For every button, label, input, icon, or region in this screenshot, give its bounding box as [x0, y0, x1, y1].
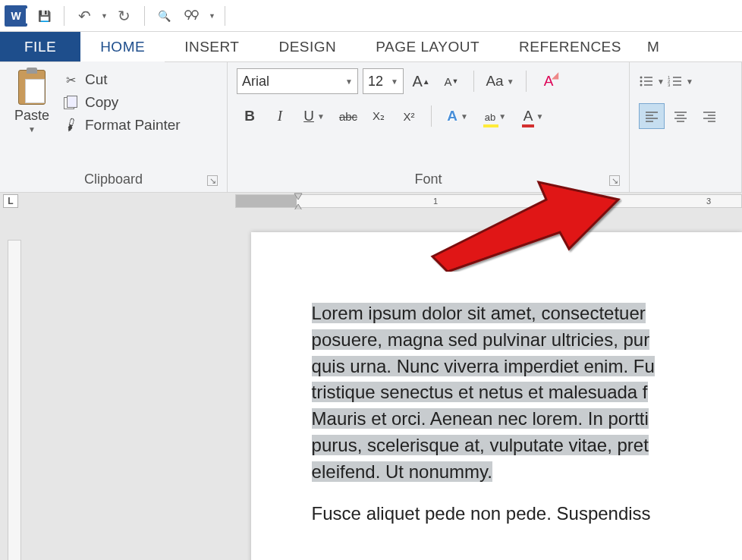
tab-references[interactable]: REFERENCES: [499, 32, 641, 61]
svg-point-1: [192, 11, 198, 17]
highlight-button[interactable]: ab ▼: [479, 103, 512, 129]
group-font: Arial▼ 12▼ A▲ A▼ Aa ▼ A◢ B I U ▼ abc X₂ …: [228, 62, 630, 192]
cut-label: Cut: [85, 71, 108, 88]
underline-button[interactable]: U ▼: [297, 103, 331, 129]
paste-button[interactable]: Paste ▼: [9, 68, 55, 134]
change-case-button[interactable]: Aa ▼: [483, 68, 517, 94]
strikethrough-button[interactable]: abc: [335, 103, 361, 129]
font-name-select[interactable]: Arial▼: [237, 68, 358, 94]
align-left-button[interactable]: [639, 103, 665, 129]
separator: [144, 6, 145, 26]
group-paragraph: ▼ 123 ▼: [630, 62, 742, 192]
quick-access-toolbar: W 💾 ↶ ▼ ↻ 🔍 ▼: [0, 0, 742, 32]
font-color-button[interactable]: A ▼: [517, 103, 550, 129]
format-painter-label: Format Painter: [85, 117, 181, 134]
document-page[interactable]: Lorem ipsum dolor sit amet, consectetuer…: [251, 232, 742, 560]
separator: [225, 6, 225, 26]
word-app-icon: W: [5, 5, 27, 27]
ribbon: Paste ▼ Cut Copy Format Painter Clipbo: [0, 62, 742, 193]
ribbon-tabs: FILE HOME INSERT DESIGN PAGE LAYOUT REFE…: [0, 32, 742, 62]
italic-button[interactable]: I: [267, 103, 293, 129]
text-effects-button[interactable]: A ▼: [441, 103, 474, 129]
ruler-strip[interactable]: 1 2 3: [235, 194, 742, 208]
paragraph-group-label: [639, 183, 732, 189]
svg-text:3: 3: [668, 83, 671, 87]
tab-stop-selector[interactable]: L: [3, 194, 18, 208]
ruler-horizontal: L 1 2 3: [0, 193, 742, 209]
group-clipboard: Paste ▼ Cut Copy Format Painter Clipbo: [0, 62, 228, 192]
format-painter-button[interactable]: Format Painter: [62, 117, 181, 134]
align-center-button[interactable]: [668, 103, 693, 129]
tab-more[interactable]: M: [641, 32, 665, 61]
tab-design[interactable]: DESIGN: [259, 32, 356, 61]
indent-marker[interactable]: [294, 193, 303, 211]
clipboard-launcher[interactable]: ↘: [207, 175, 218, 186]
bold-button[interactable]: B: [237, 103, 263, 129]
tab-home[interactable]: HOME: [80, 32, 165, 61]
align-right-button[interactable]: [696, 103, 722, 129]
subscript-button[interactable]: X₂: [366, 103, 391, 129]
paste-icon: [16, 68, 48, 106]
copy-label: Copy: [85, 94, 118, 111]
body-text[interactable]: Fusce aliquet pede non pede. Suspendiss: [312, 501, 742, 527]
selected-text[interactable]: Lorem ipsum dolor sit amet, consectetuer…: [312, 303, 655, 482]
svg-point-4: [640, 77, 643, 79]
svg-point-0: [185, 11, 191, 17]
tab-insert[interactable]: INSERT: [165, 32, 259, 61]
clipboard-group-label: Clipboard ↘: [9, 167, 218, 189]
clear-formatting-button[interactable]: A◢: [536, 68, 561, 94]
ruler-vertical: [0, 209, 28, 560]
grow-font-button[interactable]: A▲: [408, 68, 434, 94]
scissors-icon: [62, 72, 79, 87]
paste-label: Paste: [14, 108, 49, 124]
bullets-button[interactable]: ▼: [639, 68, 665, 94]
find-button[interactable]: [181, 5, 203, 27]
svg-point-6: [640, 80, 643, 83]
font-group-label: Font ↘: [237, 167, 620, 189]
copy-button[interactable]: Copy: [62, 94, 181, 111]
redo-button[interactable]: ↻: [114, 5, 135, 27]
copy-icon: [62, 95, 79, 110]
cut-button[interactable]: Cut: [62, 71, 181, 88]
superscript-button[interactable]: X²: [396, 103, 422, 129]
separator: [64, 6, 64, 26]
tab-page-layout[interactable]: PAGE LAYOUT: [356, 32, 499, 61]
paste-dropdown-icon[interactable]: ▼: [28, 125, 36, 134]
document-workspace: Lorem ipsum dolor sit amet, consectetuer…: [0, 209, 742, 560]
save-button[interactable]: 💾: [33, 5, 55, 27]
print-preview-button[interactable]: 🔍: [154, 5, 175, 27]
font-launcher[interactable]: ↘: [609, 175, 620, 186]
brush-icon: [62, 118, 79, 133]
svg-marker-28: [294, 193, 302, 200]
tab-file[interactable]: FILE: [0, 32, 80, 61]
numbering-button[interactable]: 123 ▼: [668, 68, 693, 94]
font-size-select[interactable]: 12▼: [363, 68, 404, 94]
shrink-font-button[interactable]: A▼: [439, 68, 464, 94]
undo-button[interactable]: ↶: [74, 5, 95, 27]
svg-point-8: [640, 84, 643, 87]
